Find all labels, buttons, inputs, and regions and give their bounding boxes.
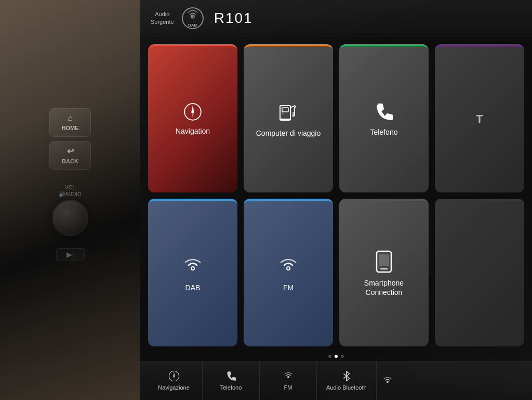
tile-telefono[interactable]: Telefono [339,44,429,192]
tile-partial-bottom-right[interactable] [435,199,524,347]
computer-viaggio-tile-label: Computer di viaggio [256,128,321,138]
nav-navigazione-label: Navigazione [158,384,190,391]
tile-dab[interactable]: DAB [148,199,237,347]
nav-compass-icon [168,370,180,382]
smartphone-tile-label: Smartphone Connection [347,278,421,297]
partial-tile-top-label: T [476,112,483,127]
dab-tile-label: DAB [185,283,201,292]
svg-point-1 [192,16,193,18]
svg-text:+: + [282,111,284,114]
nav-telefono-label: Telefono [220,384,242,391]
volume-control-area: VOL 🔊AUDIO [52,184,88,236]
volume-knob[interactable] [52,200,88,236]
nav-bluetooth-icon [341,370,352,382]
tile-partial-top-right[interactable]: T [435,44,524,192]
main-screen: Audio Sorgente DAB R101 [140,0,532,400]
nav-item-fm[interactable]: FM [260,362,317,400]
nav-item-navigazione[interactable]: Navigazione [145,362,203,400]
nav-item-partial[interactable] [377,362,398,400]
tile-computer-viaggio[interactable]: + Computer di viaggio [244,44,333,192]
hw-button-panel: ⌂ HOME ↩ BACK VOL 🔊AUDIO ▶| [49,108,91,261]
svg-rect-8 [292,112,295,116]
pagination-dots [140,352,532,361]
back-icon: ↩ [67,146,74,156]
smartphone-icon [375,250,393,273]
left-controls-panel: ⌂ HOME ↩ BACK VOL 🔊AUDIO ▶| [0,0,140,400]
audio-source-label: Audio Sorgente [151,10,174,25]
track-forward-button[interactable]: ▶| [56,248,85,261]
nav-fm-label: FM [284,384,292,391]
phone-handset-icon [374,101,394,122]
nav-phone-icon [225,370,237,382]
back-label: BACK [62,158,78,164]
telefono-tile-label: Telefono [370,127,398,137]
nav-item-telefono[interactable]: Telefono [203,362,260,400]
back-button[interactable]: ↩ BACK [49,141,91,170]
status-bar: Audio Sorgente DAB R101 [140,0,532,36]
dab-icon: DAB [182,7,204,29]
navigation-tile-label: Navigation [176,126,210,136]
pagination-dot-1 [328,355,331,358]
fuel-pump-icon: + [277,100,300,123]
app-grid: Navigation + Computer di viaggio Telefon… [140,36,532,352]
tile-fm[interactable]: FM [244,199,333,347]
vol-label: VOL 🔊AUDIO [59,184,82,198]
dab-signal-icon [181,255,204,278]
home-label: HOME [62,125,79,131]
fm-tile-label: FM [283,283,294,292]
home-button[interactable]: ⌂ HOME [49,108,91,137]
nav-fm-signal-icon [283,370,294,382]
svg-point-12 [192,267,194,269]
pagination-dot-3 [341,355,344,358]
fm-signal-icon [277,255,300,278]
track-forward-icon: ▶| [66,250,74,259]
nav-audio-bluetooth-label: Audio Bluetooth [326,384,367,391]
svg-point-14 [287,267,289,269]
svg-point-23 [387,381,389,383]
dab-signal: DAB [185,8,200,28]
tile-navigation[interactable]: Navigation [148,44,237,192]
station-name: R101 [214,10,253,27]
navigation-compass-icon [183,102,202,121]
dab-text-label: DAB [188,23,197,28]
nav-item-audio-bluetooth[interactable]: Audio Bluetooth [317,362,377,400]
svg-point-22 [287,376,289,378]
bottom-nav-bar: Navigazione Telefono FM Audio Bluetooth [140,361,532,400]
nav-partial-signal-icon [382,375,393,386]
tile-smartphone[interactable]: Smartphone Connection [339,199,429,347]
pagination-dot-2 [335,355,338,358]
home-icon: ⌂ [68,113,73,123]
svg-rect-17 [379,254,389,266]
